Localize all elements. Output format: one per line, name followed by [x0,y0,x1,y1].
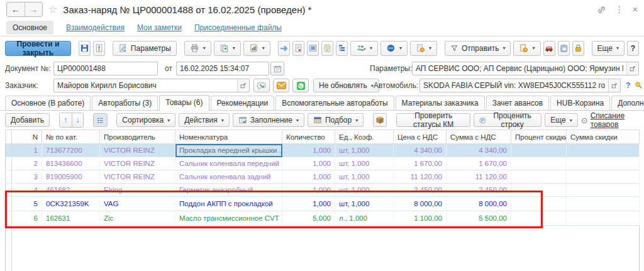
col-price[interactable]: Цена с НДС [394,130,447,144]
forward-button[interactable]: → [25,3,42,16]
clipboard-button[interactable] [558,41,570,56]
save-button[interactable] [79,41,91,56]
check-km-statuses-button[interactable]: Проверить статусы КМ [396,113,470,127]
actions-dropdown-button[interactable]: Действия [179,113,230,127]
reports-dropdown-button[interactable] [243,41,270,56]
assign-users-dropdown-button[interactable] [350,41,378,56]
tab-customer-materials[interactable]: Материалы заказчика [396,96,485,110]
col-discount-sum[interactable]: Сумма скидки [567,130,640,144]
tab-hub-cart[interactable]: HUB-Корзина [550,96,610,110]
tab-main-inwork[interactable]: Основное (В работе) [5,96,91,110]
caret-down-icon [616,45,619,51]
copy-icon [219,43,229,53]
car-help-button[interactable]: ? [626,79,630,92]
fill-table-icon [238,116,247,124]
tab-aux-autoworks[interactable]: Вспомогательные автоработы [275,96,394,110]
funnel-icon [450,44,458,52]
table-more-button[interactable]: Еще [545,113,577,127]
tab-additional[interactable]: Дополнительно [611,96,644,110]
nav-tab-main[interactable]: Основное [6,21,53,35]
back-button[interactable]: ← [7,3,25,16]
col-n[interactable]: N [12,130,42,144]
email-button[interactable] [273,79,289,92]
help-button[interactable]: ? [627,41,639,56]
customer-picker-button[interactable] [237,79,249,92]
call-button[interactable] [253,79,270,92]
choose-icon [611,82,618,89]
doc-number-input[interactable] [54,62,157,75]
move-forward-button[interactable]: ➜ [278,41,290,56]
nav-link-my-notes[interactable]: Мои заметки [137,23,182,32]
lock-button[interactable] [572,41,584,56]
print-dropdown-button[interactable] [184,41,211,56]
structure-button[interactable] [336,41,348,56]
sort-dropdown-button[interactable]: Сортировка [116,113,175,127]
pick-dropdown-button[interactable]: Подбор [308,113,364,127]
table-header-row: N № по кат. Производитель Номенклатура К… [6,130,640,144]
caret-down-icon [167,118,170,123]
caret-down-icon [429,45,431,51]
params-fieldwrap [412,62,639,75]
favorite-star-icon[interactable]: ☆ [48,4,57,14]
document-clock-icon [519,43,528,53]
post-and-close-button[interactable]: Провести и закрыть [5,41,71,56]
vehicle-button[interactable] [543,41,555,56]
tab-goods[interactable]: Товары (6) [159,95,209,111]
nav-link-attached-files[interactable]: Присоединенные файлы [194,23,282,32]
fill-dropdown-button[interactable]: Заполнение [233,113,304,127]
deferred-doc-dropdown-button[interactable] [410,41,437,56]
history-doc-dropdown-button[interactable] [513,41,540,56]
add-row-button[interactable]: Добавить [5,113,50,127]
package-button[interactable] [373,113,387,127]
envelope-icon [277,82,286,89]
car-picker-button[interactable] [608,79,620,92]
tab-autoworks[interactable]: Автоработы (3) [92,96,158,110]
params-input[interactable] [413,62,626,75]
nav-link-interactions[interactable]: Взаимодействия [66,23,125,32]
col-quantity[interactable]: Количество [282,130,335,144]
tab-advance-offset[interactable]: Зачет авансов [486,96,549,110]
move-up-icon[interactable]: ↑ [60,113,72,127]
col-manufacturer[interactable]: Производитель [100,130,175,144]
link-icon[interactable] [597,5,606,14]
doc-date-input[interactable] [177,62,269,75]
copy-create-dropdown-button[interactable] [214,41,241,56]
doc-number-label: Документ №: [5,62,51,75]
label-print-button[interactable] [321,41,333,56]
col-unit[interactable]: Ед., Коэф. [335,130,394,144]
params-picker-button[interactable] [626,62,638,75]
whatsapp-button[interactable] [292,79,309,92]
invoice-button[interactable] [292,41,304,56]
chat-phone-icon [257,81,267,91]
table-row: 3 819005900 VICTOR REINZ Сальник коленва… [6,170,640,184]
more-button[interactable]: Еще [592,41,625,56]
list-settings-button[interactable] [93,113,107,127]
parameters-button[interactable]: Параметры [113,41,177,56]
col-discount-pct[interactable]: Процент скидки [511,130,567,144]
focused-cell[interactable]: Прокладка передней крышки ... [175,144,282,157]
car-input[interactable] [420,79,608,92]
gutter-header [6,130,12,144]
customer-input[interactable] [54,79,237,92]
col-catalog[interactable]: № по кат. [42,130,100,144]
move-down-icon[interactable]: ↓ [72,113,84,127]
tab-recommendations[interactable]: Рекомендации [211,96,275,110]
caret-down-icon [262,45,265,51]
col-nomenclature[interactable]: Номенклатура [175,130,282,144]
command-bar: Провести и закрыть Параметры ➜ [0,36,644,60]
list-button[interactable] [307,41,319,56]
discuss-dropdown-button[interactable] [380,41,408,56]
price-row-button[interactable]: ℗ Проценить строку [474,113,541,127]
document-tabs: Основное (В работе) Автоработы (3) Товар… [0,94,644,111]
no-update-dropdown-button[interactable]: Не обновлять [313,79,379,92]
calendar-button[interactable] [270,62,284,75]
more-menu-icon[interactable]: ⋮ [615,5,624,14]
post-document-button[interactable] [93,41,105,56]
hint-icon[interactable] [634,80,643,89]
goods-toolbar: Добавить ↑ ↓ Сортировка Действия Заполне… [0,111,644,130]
send-button[interactable]: Отправить [445,41,511,56]
write-off-goods-link[interactable]: ⊙ Списание товаров [581,111,639,129]
list-icon [308,43,318,53]
col-sum[interactable]: Сумма с НДС [447,130,511,144]
close-icon[interactable]: × [633,5,638,14]
